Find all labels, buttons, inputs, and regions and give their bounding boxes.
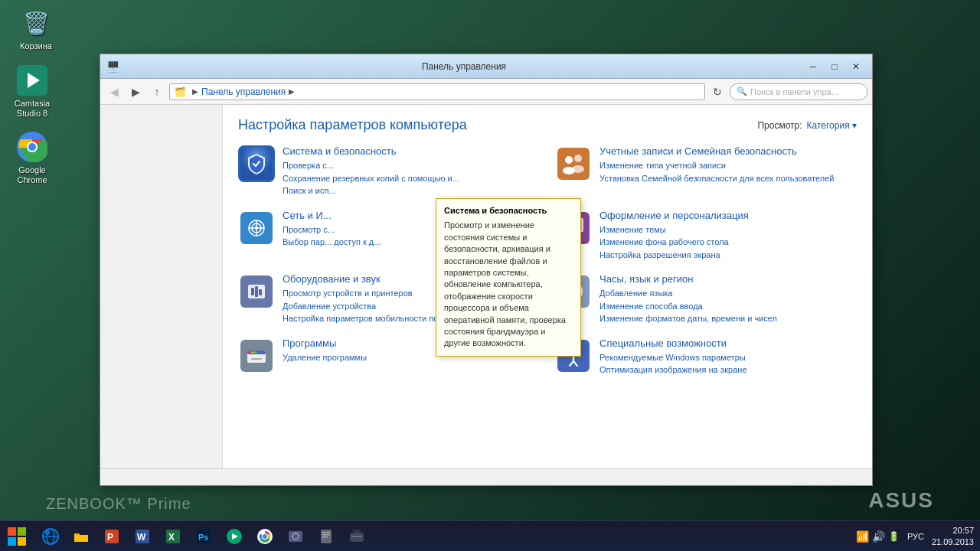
svg-rect-29 xyxy=(259,289,262,295)
tray-lang: РУС xyxy=(907,532,924,541)
taskbar-powerpoint[interactable]: P xyxy=(98,523,126,550)
programs-text: Программы Удаление программы xyxy=(283,337,367,364)
desktop-icon-camtasia[interactable]: CamtasiaStudio 8 xyxy=(8,65,57,119)
appearance-link-2[interactable]: Изменение фона рабочего стола xyxy=(599,236,749,249)
taskbar-photoshop[interactable]: Ps xyxy=(190,523,217,550)
svg-rect-28 xyxy=(255,286,258,297)
window-controls: ─ □ ✕ xyxy=(803,59,866,74)
network-title[interactable]: Сеть и И... xyxy=(283,210,381,221)
svg-point-69 xyxy=(263,534,267,539)
svg-rect-52 xyxy=(18,537,26,546)
svg-rect-74 xyxy=(322,534,330,536)
camtasia-label: CamtasiaStudio 8 xyxy=(15,99,50,119)
svg-text:W: W xyxy=(137,532,146,543)
taskbar-apps: P W X Ps xyxy=(34,523,850,550)
breadcrumb-separator: ▶ xyxy=(192,87,198,96)
breadcrumb-control-panel[interactable]: Панель управления xyxy=(201,86,286,97)
back-button[interactable]: ◀ xyxy=(105,83,123,101)
accessibility-title[interactable]: Специальные возможности xyxy=(599,337,747,349)
forward-button[interactable]: ▶ xyxy=(126,83,145,101)
clock-title[interactable]: Часы, язык и регион xyxy=(599,273,777,285)
taskbar-folder[interactable] xyxy=(67,523,95,550)
search-box[interactable]: 🔍 Поиск в панели упра... xyxy=(730,83,867,100)
accessibility-text: Специальные возможности Рекомендуемые Wi… xyxy=(599,337,747,377)
svg-point-41 xyxy=(252,351,254,354)
desktop-icon-trash[interactable]: 🗑️ Корзина xyxy=(11,8,60,51)
view-dropdown[interactable]: Категория ▾ xyxy=(807,120,857,131)
svg-text:P: P xyxy=(107,532,113,543)
user-accounts-link-2[interactable]: Установка Семейной безопасности для всех… xyxy=(599,172,834,185)
svg-point-9 xyxy=(565,156,573,164)
accessibility-link-2[interactable]: Оптимизация изображения на экране xyxy=(599,364,747,377)
view-selector: Просмотр: Категория ▾ xyxy=(757,120,857,131)
system-security-title[interactable]: Система и безопасность xyxy=(283,145,459,157)
appearance-title[interactable]: Оформление и персонализация xyxy=(599,210,749,221)
start-button[interactable] xyxy=(3,523,31,550)
svg-rect-75 xyxy=(322,536,328,538)
breadcrumb-icon: 🗂️ xyxy=(175,86,186,97)
sidebar xyxy=(100,105,223,468)
window-toolbar: ◀ ▶ ↑ 🗂️ ▶ Панель управления ▶ ↻ 🔍 Поиск… xyxy=(100,79,872,105)
network-link-1[interactable]: Просмотр с... xyxy=(283,223,381,236)
taskbar-chrome[interactable] xyxy=(251,523,279,550)
svg-point-42 xyxy=(255,351,257,354)
svg-rect-73 xyxy=(322,532,330,533)
network-link-2[interactable]: Выбор пар... доступ к д... xyxy=(283,236,381,249)
taskbar-misc3[interactable] xyxy=(343,523,371,550)
up-button[interactable]: ↑ xyxy=(148,83,166,101)
system-security-link-2[interactable]: Сохранение резервных копий с помощью и..… xyxy=(283,172,459,185)
svg-rect-27 xyxy=(251,288,254,295)
desktop-icon-chrome[interactable]: GoogleChrome xyxy=(8,132,57,185)
taskbar: P W X Ps xyxy=(0,520,980,551)
category-clock: Часы, язык и регион Добавление языка Изм… xyxy=(555,273,857,325)
window-icon: 🖥️ xyxy=(106,60,119,73)
appearance-link-3[interactable]: Настройка разрешения экрана xyxy=(599,249,749,262)
accessibility-link-1[interactable]: Рекомендуемые Windows параметры xyxy=(599,351,747,364)
taskbar-ie[interactable] xyxy=(37,523,64,550)
svg-text:X: X xyxy=(168,532,175,543)
close-button[interactable]: ✕ xyxy=(846,59,866,74)
taskbar-date: 21.09.2013 xyxy=(932,536,974,547)
address-bar[interactable]: 🗂️ ▶ Панель управления ▶ xyxy=(169,83,705,100)
category-system-security: Система и безопасность Проверка с... Сох… xyxy=(238,145,540,197)
programs-title[interactable]: Программы xyxy=(283,337,367,349)
taskbar-word[interactable]: W xyxy=(129,523,156,550)
zenbook-watermark: ZENBOOK™ Prime xyxy=(46,495,191,513)
svg-text:Ps: Ps xyxy=(198,533,208,542)
svg-rect-51 xyxy=(8,537,16,546)
network-text: Сеть и И... Просмотр с... Выбор пар... д… xyxy=(283,210,381,249)
tray-volume-icon: 🔊 xyxy=(872,530,885,543)
chrome-label: GoogleChrome xyxy=(17,165,47,185)
category-appearance: Оформление и персонализация Изменение те… xyxy=(555,210,857,262)
taskbar-mediaplayer[interactable] xyxy=(220,523,248,550)
control-panel-window: 🖥️ Панель управления ─ □ ✕ ◀ ▶ ↑ 🗂️ ▶ Па… xyxy=(100,54,873,486)
taskbar-misc2[interactable] xyxy=(312,523,340,550)
clock-link-1[interactable]: Добавление языка xyxy=(599,287,777,300)
appearance-link-1[interactable]: Изменение темы xyxy=(599,223,749,236)
window-title: Панель управления xyxy=(125,61,803,72)
svg-rect-70 xyxy=(289,531,302,542)
clock-link-3[interactable]: Изменение форматов даты, времени и чисел xyxy=(599,312,777,325)
page-title: Настройка параметров компьютера xyxy=(238,117,467,133)
refresh-button[interactable]: ↻ xyxy=(708,83,727,101)
user-accounts-title[interactable]: Учетные записи и Семейная безопасность xyxy=(599,145,834,157)
clock-link-2[interactable]: Изменение способа ввода xyxy=(599,300,777,313)
svg-point-6 xyxy=(28,143,36,151)
minimize-button[interactable]: ─ xyxy=(803,59,823,74)
svg-rect-78 xyxy=(351,536,362,537)
system-security-link-1[interactable]: Проверка с... xyxy=(283,159,459,172)
search-placeholder: Поиск в панели упра... xyxy=(750,87,838,96)
maximize-button[interactable]: □ xyxy=(825,59,844,74)
taskbar-excel[interactable]: X xyxy=(159,523,187,550)
trash-label: Корзина xyxy=(20,41,52,51)
appearance-text: Оформление и персонализация Изменение те… xyxy=(599,210,749,262)
user-accounts-link-1[interactable]: Изменение типа учетной записи xyxy=(599,159,834,172)
taskbar-misc1[interactable] xyxy=(282,523,309,550)
taskbar-clock: 20:57 21.09.2013 xyxy=(932,525,974,547)
category-user-accounts: Учетные записи и Семейная безопасность И… xyxy=(555,145,857,197)
user-accounts-text: Учетные записи и Семейная безопасность И… xyxy=(599,145,834,184)
programs-link-1[interactable]: Удаление программы xyxy=(283,351,367,364)
system-security-link-3[interactable]: Поиск и исп... xyxy=(283,184,459,197)
category-accessibility: Специальные возможности Рекомендуемые Wi… xyxy=(555,337,857,377)
svg-point-12 xyxy=(572,165,584,173)
